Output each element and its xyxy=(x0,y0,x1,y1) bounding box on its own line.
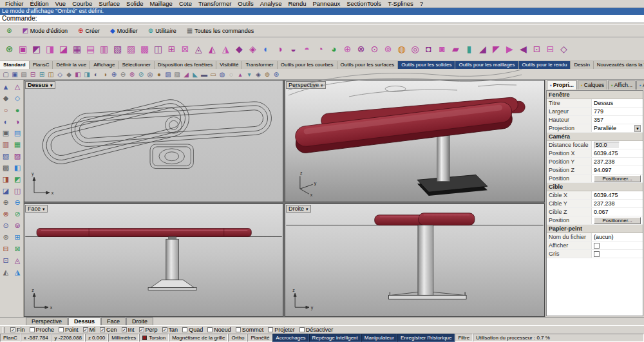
menu-item[interactable]: Courbe xyxy=(69,0,95,7)
toolbar-icon[interactable]: ● xyxy=(155,70,164,79)
toolbar-icon[interactable]: ⊘ xyxy=(12,209,23,220)
toolbar-icon[interactable]: ⊠ xyxy=(12,243,23,254)
toolbar-icon[interactable]: ▨ xyxy=(124,41,138,57)
toolbar-icon[interactable]: ▨ xyxy=(173,70,182,79)
menu-item[interactable]: Rendu xyxy=(285,0,309,7)
osnap-checkbox[interactable]: ✓ xyxy=(100,327,105,332)
toolbar-icon[interactable]: ⊚ xyxy=(263,70,272,79)
toolbar-icon[interactable]: ◆ xyxy=(232,41,246,57)
osnap-checkbox[interactable] xyxy=(268,327,273,332)
toolbar-icon[interactable]: ⊕ xyxy=(109,70,118,79)
panel-tab[interactable]: ▪Affich... xyxy=(608,81,636,90)
status-toggle[interactable]: Magnétisme de la grille xyxy=(169,334,228,342)
status-toggle[interactable]: Planéité xyxy=(247,334,272,342)
osnap-item[interactable]: Projeter xyxy=(268,327,295,333)
toolbar-icon[interactable]: ◑ xyxy=(12,116,23,127)
table-shaded[interactable] xyxy=(294,97,526,196)
toolbar-icon[interactable]: ◩ xyxy=(12,174,23,185)
toolbar-icon[interactable]: ⊟ xyxy=(1,243,12,254)
toolbar-icon[interactable]: ◪ xyxy=(57,41,70,57)
viewport-tab[interactable]: Perspective xyxy=(26,318,68,325)
property-value[interactable]: 94.097 xyxy=(592,166,643,174)
toolbar-icon[interactable]: ▩ xyxy=(138,41,151,57)
viewport-menu-arrow-icon[interactable]: ▾ xyxy=(50,82,53,89)
toolbar-tab[interactable]: Définir la vue xyxy=(53,61,90,69)
toolbar-icon[interactable]: ◩ xyxy=(30,41,43,57)
osnap-item[interactable]: ✓Fin xyxy=(10,327,25,333)
toolbar-icon[interactable]: ▲ xyxy=(1,81,12,92)
toolbar-icon[interactable]: ▭ xyxy=(209,70,218,79)
osnap-item[interactable]: Sommet xyxy=(236,327,264,333)
positionner-button[interactable]: Positionner... xyxy=(594,217,641,224)
toolbar-tab[interactable]: Visibilité xyxy=(216,61,242,69)
property-value[interactable]: 779 xyxy=(592,108,643,115)
toolbar-icon[interactable]: ◔ xyxy=(314,41,327,57)
viewport-top[interactable]: x y Dessus ▾ xyxy=(24,80,283,202)
toolbar-icon[interactable]: ⊛ xyxy=(272,70,281,79)
toolbar-icon[interactable]: ⊚ xyxy=(12,220,23,231)
menu-item[interactable]: Édition xyxy=(27,0,52,7)
panel-tab[interactable]: ▪Calques xyxy=(578,81,607,90)
menu-item[interactable]: Panneaux xyxy=(309,0,343,7)
toolbar-icon[interactable]: ◢ xyxy=(476,41,489,57)
toolbar-icon[interactable]: ◭ xyxy=(1,267,12,278)
property-value[interactable]: (aucun) xyxy=(592,233,643,241)
osnap-checkbox[interactable] xyxy=(59,327,64,332)
toolbar-tab[interactable]: Standard xyxy=(0,61,30,69)
viewport-menu-arrow-icon[interactable]: ▾ xyxy=(306,205,308,213)
toolbar-icon[interactable]: ⊖ xyxy=(12,197,23,208)
toolbar-icon[interactable]: ⊡ xyxy=(1,255,12,266)
modifier-button[interactable]: ◆Modifier xyxy=(106,26,142,35)
toolbar-icon[interactable]: ◫ xyxy=(12,185,23,196)
viewport-right[interactable]: y z Droite ▾ xyxy=(285,204,545,317)
property-value[interactable]: 6039.475 xyxy=(592,191,643,199)
viewport-top-canvas[interactable]: x y xyxy=(24,81,283,202)
toolbar-icon[interactable]: ◐ xyxy=(91,70,100,79)
toolbar-icon[interactable]: ◆ xyxy=(64,70,73,79)
toolbar-icon[interactable]: ⊠ xyxy=(178,41,192,57)
toolbar-icon[interactable]: ◧ xyxy=(73,70,82,79)
toolbar-tab[interactable]: Nouveautés dans la V5 xyxy=(594,61,644,69)
table-shaded[interactable] xyxy=(375,213,475,299)
osnap-item[interactable]: ✓Perp xyxy=(139,327,158,333)
toolbar-icon[interactable]: ▥ xyxy=(97,41,111,57)
toolbar-icon[interactable]: ◇ xyxy=(12,93,23,104)
toolbar-icon[interactable]: ◧ xyxy=(12,162,23,173)
toolbar-tab[interactable]: Outils pour les maillages xyxy=(455,61,518,69)
osnap-checkbox[interactable]: ✓ xyxy=(83,327,88,332)
toolbar-icon[interactable]: ◘ xyxy=(422,41,435,57)
osnap-checkbox[interactable]: ✓ xyxy=(122,327,127,332)
osnap-item[interactable]: ✓Tan xyxy=(162,327,178,333)
toolbar-icon[interactable]: ◬ xyxy=(192,41,205,57)
toolbar-tab[interactable]: Affichage xyxy=(90,61,118,69)
toolbar-icon[interactable]: ▮ xyxy=(462,41,476,57)
viewport-perspective[interactable]: z y x Perspective ▾ xyxy=(285,80,545,202)
osnap-item[interactable]: ✓Cen xyxy=(100,327,117,333)
menu-item[interactable]: Analyse xyxy=(257,0,285,7)
menu-item[interactable]: Solide xyxy=(123,0,146,7)
property-value[interactable]: 357 xyxy=(592,116,643,124)
dropdown-arrow-icon[interactable]: ▾ xyxy=(634,125,641,132)
table-wireframe[interactable] xyxy=(39,96,272,169)
toolbar-icon[interactable]: ◭ xyxy=(205,41,219,57)
toolbar-icon[interactable]: ⊗ xyxy=(354,41,368,57)
toolbar-icon[interactable]: ▥ xyxy=(1,139,12,150)
osnap-checkbox[interactable] xyxy=(236,327,241,332)
toolbar-icon[interactable]: ▦ xyxy=(12,139,23,150)
creer-button[interactable]: ⊕Créer xyxy=(73,26,104,35)
toolbar-tab[interactable]: Dessin xyxy=(571,61,593,69)
toolbar-icon[interactable]: ◫ xyxy=(151,41,165,57)
toolbar-icon[interactable]: ▤ xyxy=(84,41,97,57)
osnap-item[interactable]: ✓Mi xyxy=(83,327,96,333)
toolbar-icon[interactable]: ▧ xyxy=(111,41,124,57)
toolbar-icon[interactable]: ◍ xyxy=(395,41,408,57)
viewport-right-canvas[interactable]: y z xyxy=(285,204,544,316)
osnap-checkbox[interactable]: ✓ xyxy=(10,327,15,332)
osnap-checkbox[interactable]: ✓ xyxy=(139,327,144,332)
toolbar-icon[interactable]: ◒ xyxy=(287,41,300,57)
status-toggle[interactable]: Enregistrer l'historique xyxy=(397,334,455,342)
status-toggle[interactable]: Ortho xyxy=(228,334,247,342)
toolbar-icon[interactable]: ◬ xyxy=(12,255,23,266)
menu-item[interactable]: SectionTools xyxy=(343,0,384,7)
toolbar-icon[interactable]: ▴ xyxy=(236,70,245,79)
